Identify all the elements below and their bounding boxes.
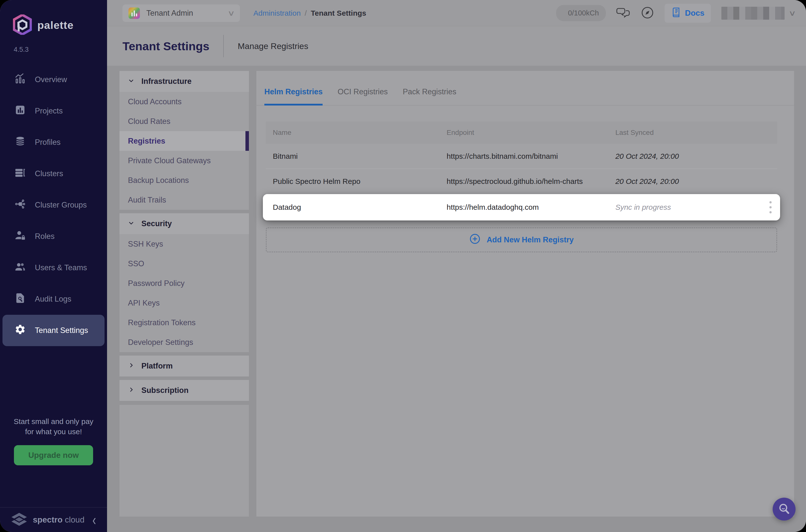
project-scope-selector[interactable]: Tenant Admin ∨ xyxy=(123,4,240,22)
section-security: Security SSH Keys SSO Password Policy AP… xyxy=(119,213,249,352)
sidebar-item-label: Roles xyxy=(35,232,55,241)
section-label: Platform xyxy=(142,362,173,370)
sidebar-nav: Overview Projects Profiles Clusters Clus… xyxy=(0,64,107,346)
cluster-groups-icon xyxy=(15,198,26,212)
user-menu[interactable]: ∨ xyxy=(721,7,795,20)
upgrade-promo: Start small and only pay for what you us… xyxy=(0,417,107,465)
projects-icon xyxy=(15,104,26,118)
registry-endpoint: https://helm.datadoghq.com xyxy=(439,203,608,211)
settings-item-password-policy[interactable]: Password Policy xyxy=(119,273,249,293)
title-divider xyxy=(223,35,224,57)
registry-endpoint: https://charts.bitnami.com/bitnami xyxy=(439,152,608,160)
sidebar: palette 4.5.3 Overview Projects Profiles… xyxy=(0,0,107,532)
registry-last-synced: 20 Oct 2024, 20:00 xyxy=(608,152,777,160)
chevron-right-icon xyxy=(128,362,134,370)
section-label: Security xyxy=(142,219,172,228)
page-title: Tenant Settings xyxy=(123,39,209,53)
settings-item-cloud-accounts[interactable]: Cloud Accounts xyxy=(119,92,249,112)
sidebar-item-users-teams[interactable]: Users & Teams xyxy=(0,252,107,283)
sidebar-item-label: Audit Logs xyxy=(35,294,72,304)
roles-icon xyxy=(15,230,26,243)
app-name: palette xyxy=(37,19,74,31)
sidebar-item-label: Tenant Settings xyxy=(35,326,88,335)
sidebar-item-overview[interactable]: Overview xyxy=(0,64,107,95)
book-icon xyxy=(671,7,681,19)
settings-item-api-keys[interactable]: API Keys xyxy=(119,293,249,313)
table-row-public-spectro-helm-repo[interactable]: Public Spectro Helm Repo https://spectro… xyxy=(266,169,777,194)
explore-button[interactable] xyxy=(641,6,654,20)
tab-pack-registries[interactable]: Pack Registries xyxy=(403,87,456,106)
tab-helm-registries[interactable]: Helm Registries xyxy=(264,87,323,106)
users-teams-icon xyxy=(15,261,26,274)
settings-item-audit-trails[interactable]: Audit Trails xyxy=(119,190,249,210)
search-fab-button[interactable] xyxy=(773,498,795,520)
palette-logo-icon xyxy=(13,15,32,36)
breadcrumb-separator: / xyxy=(305,9,307,17)
section-header-infrastructure[interactable]: Infrastructure xyxy=(119,71,249,92)
clusters-icon xyxy=(15,167,26,180)
column-header-name: Name xyxy=(266,129,439,137)
chevron-down-icon xyxy=(128,77,134,86)
tab-oci-registries[interactable]: OCI Registries xyxy=(338,87,388,106)
registry-last-synced: 20 Oct 2024, 20:00 xyxy=(608,177,777,186)
section-items: Cloud Accounts Cloud Rates Registries Pr… xyxy=(119,92,249,210)
add-new-helm-registry-button[interactable]: Add New Helm Registry xyxy=(266,227,777,252)
sidebar-item-cluster-groups[interactable]: Cluster Groups xyxy=(0,189,107,221)
row-actions-kebab-icon[interactable] xyxy=(768,200,773,215)
settings-item-registries[interactable]: Registries xyxy=(119,131,249,151)
section-subscription: Subscription xyxy=(119,380,249,401)
chevron-right-icon xyxy=(128,386,134,395)
column-header-last-synced: Last Synced xyxy=(608,129,777,137)
section-items: SSH Keys SSO Password Policy API Keys Re… xyxy=(119,234,249,352)
breadcrumb-current: Tenant Settings xyxy=(311,9,366,17)
registry-name: Datadog xyxy=(266,203,439,211)
sidebar-item-label: Clusters xyxy=(35,169,63,178)
table-row-datadog-highlighted[interactable]: Datadog https://helm.datadoghq.com Sync … xyxy=(263,194,780,221)
registry-endpoint: https://spectrocloud.github.io/helm-char… xyxy=(439,177,608,186)
section-label: Subscription xyxy=(142,386,188,395)
settings-panel-filler xyxy=(119,405,249,517)
sidebar-footer: spectro cloud ‹ xyxy=(0,507,107,532)
settings-item-cloud-rates[interactable]: Cloud Rates xyxy=(119,112,249,131)
sidebar-item-audit-logs[interactable]: Audit Logs xyxy=(0,283,107,315)
breadcrumb: Administration / Tenant Settings xyxy=(254,9,366,17)
user-name-redacted xyxy=(721,7,785,20)
topbar-actions: 0/100kCh Docs ∨ xyxy=(556,4,795,23)
brand-name: spectro cloud xyxy=(33,515,85,525)
gear-icon xyxy=(15,324,26,337)
chevron-down-icon: ∨ xyxy=(227,9,235,17)
breadcrumb-administration[interactable]: Administration xyxy=(254,9,301,17)
settings-item-ssh-keys[interactable]: SSH Keys xyxy=(119,234,249,254)
topbar: Tenant Admin ∨ Administration / Tenant S… xyxy=(107,0,806,26)
settings-item-private-cloud-gateways[interactable]: Private Cloud Gateways xyxy=(119,151,249,170)
registries-card: Helm Registries OCI Registries Pack Regi… xyxy=(256,71,794,517)
collapse-sidebar-icon[interactable]: ‹ xyxy=(92,512,96,528)
section-label: Infrastructure xyxy=(142,77,192,86)
settings-item-developer-settings[interactable]: Developer Settings xyxy=(119,332,249,352)
usage-quota-pill: 0/100kCh xyxy=(556,5,606,21)
docs-button[interactable]: Docs xyxy=(664,4,711,23)
section-header-platform[interactable]: Platform xyxy=(119,356,249,377)
sidebar-item-label: Profiles xyxy=(35,138,60,147)
section-header-security[interactable]: Security xyxy=(119,213,249,234)
sidebar-item-profiles[interactable]: Profiles xyxy=(0,127,107,158)
settings-nav-panel: Infrastructure Cloud Accounts Cloud Rate… xyxy=(119,71,249,517)
settings-item-registration-tokens[interactable]: Registration Tokens xyxy=(119,313,249,332)
settings-item-backup-locations[interactable]: Backup Locations xyxy=(119,170,249,190)
upgrade-now-button[interactable]: Upgrade now xyxy=(14,445,93,465)
app-version: 4.5.3 xyxy=(0,36,107,54)
chat-button[interactable] xyxy=(616,6,630,20)
sidebar-item-roles[interactable]: Roles xyxy=(0,221,107,252)
tenant-admin-icon xyxy=(128,7,140,19)
profiles-icon xyxy=(15,136,26,149)
compass-icon xyxy=(641,6,654,20)
sidebar-item-tenant-settings[interactable]: Tenant Settings xyxy=(2,315,105,346)
section-header-subscription[interactable]: Subscription xyxy=(119,380,249,401)
settings-item-sso[interactable]: SSO xyxy=(119,254,249,273)
app-window: palette 4.5.3 Overview Projects Profiles… xyxy=(0,0,806,532)
sidebar-item-clusters[interactable]: Clusters xyxy=(0,158,107,189)
brand-logo: palette xyxy=(0,0,107,36)
table-row-bitnami[interactable]: Bitnami https://charts.bitnami.com/bitna… xyxy=(266,144,777,169)
audit-logs-icon xyxy=(15,292,26,306)
sidebar-item-projects[interactable]: Projects xyxy=(0,95,107,127)
